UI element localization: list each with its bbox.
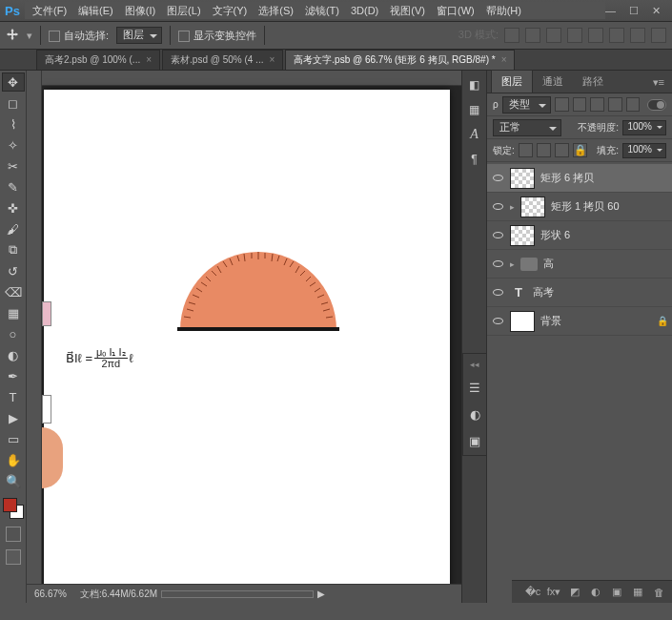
styles-panel-icon[interactable]: ▣ bbox=[466, 432, 483, 449]
color-swatch[interactable] bbox=[3, 498, 24, 519]
menu-help[interactable]: 帮助(H) bbox=[480, 4, 527, 18]
lock-pixels-icon[interactable] bbox=[537, 143, 551, 157]
hand-tool[interactable]: ✋ bbox=[2, 450, 25, 469]
type-tool[interactable]: T bbox=[2, 387, 25, 406]
delete-layer-icon[interactable]: 🗑 bbox=[651, 585, 666, 600]
filter-toggle[interactable] bbox=[647, 99, 666, 111]
tab-layers[interactable]: 图层 bbox=[491, 70, 533, 93]
document-tab-active[interactable]: 高考文字.psb @ 66.7% (矩形 6 拷贝, RGB/8#) *× bbox=[285, 50, 515, 70]
align-icon-5[interactable] bbox=[588, 28, 603, 43]
lasso-tool[interactable]: ⌇ bbox=[2, 114, 25, 134]
layer-name[interactable]: 形状 6 bbox=[540, 228, 668, 242]
quickmask-toggle[interactable] bbox=[6, 527, 21, 542]
path-select-tool[interactable]: ▶ bbox=[2, 408, 25, 427]
tab-paths[interactable]: 路径 bbox=[573, 71, 613, 93]
lock-all-icon[interactable]: 🔒 bbox=[573, 143, 587, 157]
canvas-area[interactable]: B⃗Iℓ = μ₀ I₁ I₂2πd ℓ bbox=[42, 71, 461, 584]
menu-type[interactable]: 文字(Y) bbox=[207, 4, 254, 18]
color-panel-icon[interactable]: ◧ bbox=[466, 76, 483, 93]
link-layers-icon[interactable]: �с bbox=[525, 585, 540, 600]
close-icon[interactable]: × bbox=[501, 54, 507, 65]
brush-tool[interactable]: 🖌 bbox=[2, 219, 25, 238]
fill-input[interactable]: 100% bbox=[622, 143, 666, 158]
zoom-tool[interactable]: 🔍 bbox=[2, 471, 25, 490]
close-button[interactable]: ✕ bbox=[652, 5, 661, 17]
foreground-color[interactable] bbox=[3, 498, 17, 512]
visibility-toggle[interactable] bbox=[491, 258, 504, 271]
filter-type-combo[interactable]: 类型 bbox=[502, 96, 551, 114]
lock-transparent-icon[interactable] bbox=[519, 143, 533, 157]
history-brush-tool[interactable]: ↺ bbox=[2, 261, 25, 280]
layer-row[interactable]: 背景 🔒 bbox=[487, 307, 672, 336]
document-tab[interactable]: 素材.psd @ 50% (4 ...× bbox=[162, 50, 283, 70]
layer-name[interactable]: 高考 bbox=[533, 285, 668, 300]
paragraph-panel-icon[interactable]: ¶ bbox=[466, 151, 483, 168]
eraser-tool[interactable]: ⌫ bbox=[2, 282, 25, 301]
move-tool[interactable]: ✥ bbox=[2, 72, 25, 92]
layer-name[interactable]: 高 bbox=[543, 257, 668, 271]
layer-row[interactable]: 矩形 6 拷贝 bbox=[487, 164, 672, 193]
visibility-toggle[interactable] bbox=[491, 315, 504, 328]
minimize-button[interactable]: — bbox=[605, 5, 616, 17]
crop-tool[interactable]: ✂ bbox=[2, 156, 25, 176]
lock-position-icon[interactable] bbox=[555, 143, 569, 157]
document-canvas[interactable]: B⃗Iℓ = μ₀ I₁ I₂2πd ℓ bbox=[44, 90, 450, 584]
visibility-toggle[interactable] bbox=[491, 229, 504, 242]
eyedropper-tool[interactable]: ✎ bbox=[2, 177, 25, 196]
adjustment-layer-icon[interactable]: ◐ bbox=[588, 585, 603, 600]
filter-shape-icon[interactable] bbox=[608, 97, 622, 112]
opacity-input[interactable]: 100% bbox=[622, 120, 666, 135]
visibility-toggle[interactable] bbox=[491, 286, 504, 300]
document-tab[interactable]: 高考2.psb @ 100% (...× bbox=[36, 50, 160, 70]
menu-3d[interactable]: 3D(D) bbox=[345, 5, 384, 16]
panel-menu-icon[interactable]: ▾≡ bbox=[645, 72, 672, 93]
blend-mode-combo[interactable]: 正常 bbox=[493, 119, 561, 136]
filter-adjust-icon[interactable] bbox=[573, 97, 587, 112]
auto-select-mode[interactable]: 图层 bbox=[116, 27, 162, 44]
group-icon[interactable]: ▣ bbox=[609, 585, 624, 600]
align-icon-4[interactable] bbox=[567, 28, 582, 43]
blur-tool[interactable]: ○ bbox=[2, 324, 25, 343]
align-icon-7[interactable] bbox=[630, 28, 645, 43]
menu-image[interactable]: 图像(I) bbox=[119, 4, 161, 18]
magic-wand-tool[interactable]: ✧ bbox=[2, 135, 25, 155]
menu-layer[interactable]: 图层(L) bbox=[161, 4, 206, 18]
healing-brush-tool[interactable]: ✜ bbox=[2, 198, 25, 217]
layer-mask-icon[interactable]: ◩ bbox=[567, 585, 582, 600]
layer-style-icon[interactable]: fx▾ bbox=[546, 585, 561, 600]
layer-name[interactable]: 矩形 1 拷贝 60 bbox=[551, 199, 668, 214]
tab-channels[interactable]: 通道 bbox=[533, 71, 573, 93]
menu-view[interactable]: 视图(V) bbox=[384, 4, 431, 18]
filter-smart-icon[interactable] bbox=[626, 97, 641, 112]
menu-window[interactable]: 窗口(W) bbox=[431, 4, 480, 18]
align-icon-8[interactable] bbox=[651, 28, 666, 43]
layer-row[interactable]: ▸ 高 bbox=[487, 250, 672, 279]
close-icon[interactable]: × bbox=[269, 54, 275, 65]
visibility-toggle[interactable] bbox=[491, 200, 504, 214]
shape-tool[interactable]: ▭ bbox=[2, 429, 25, 448]
menu-select[interactable]: 选择(S) bbox=[253, 4, 299, 18]
layer-row[interactable]: T 高考 bbox=[487, 279, 672, 307]
close-icon[interactable]: × bbox=[146, 54, 152, 65]
adjustments-panel-icon[interactable]: ◐ bbox=[466, 405, 483, 423]
menu-filter[interactable]: 滤镜(T) bbox=[299, 4, 345, 18]
layer-row[interactable]: 形状 6 bbox=[487, 221, 672, 250]
dodge-tool[interactable]: ◐ bbox=[2, 345, 25, 364]
align-panel-icon[interactable]: ☰ bbox=[466, 379, 483, 396]
layer-name[interactable]: 矩形 6 拷贝 bbox=[540, 171, 668, 185]
filter-pixel-icon[interactable] bbox=[555, 97, 569, 112]
align-icon-2[interactable] bbox=[525, 28, 540, 43]
filter-type-icon[interactable] bbox=[590, 97, 604, 112]
align-icon-6[interactable] bbox=[609, 28, 624, 43]
visibility-toggle[interactable] bbox=[491, 172, 504, 185]
zoom-level[interactable]: 66.67% bbox=[34, 589, 67, 599]
marquee-tool[interactable]: ◻ bbox=[2, 93, 25, 113]
maximize-button[interactable]: ☐ bbox=[629, 5, 639, 17]
screenmode-toggle[interactable] bbox=[6, 549, 21, 565]
pen-tool[interactable]: ✒ bbox=[2, 366, 25, 385]
menu-edit[interactable]: 编辑(E) bbox=[72, 4, 119, 18]
character-panel-icon[interactable]: A bbox=[466, 126, 483, 143]
clone-stamp-tool[interactable]: ⧉ bbox=[2, 240, 25, 259]
new-layer-icon[interactable]: ▦ bbox=[630, 585, 645, 600]
menu-file[interactable]: 文件(F) bbox=[27, 4, 72, 18]
